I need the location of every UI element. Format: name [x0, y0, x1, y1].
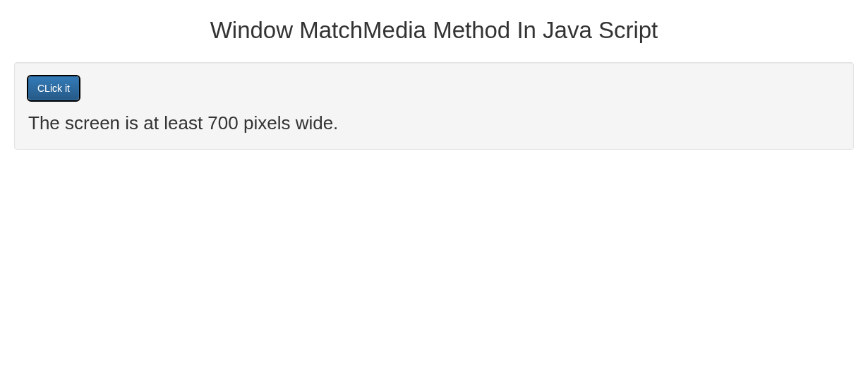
page-title: Window MatchMedia Method In Java Script: [14, 17, 854, 44]
click-it-button[interactable]: CLick it: [28, 76, 79, 100]
result-text: The screen is at least 700 pixels wide.: [28, 110, 840, 136]
output-well: CLick it The screen is at least 700 pixe…: [14, 62, 854, 150]
